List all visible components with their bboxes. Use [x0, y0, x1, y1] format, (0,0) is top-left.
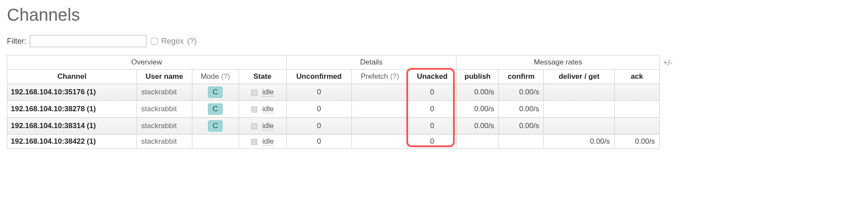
- state-indicator-icon: [251, 90, 257, 96]
- confirm-cell: [499, 135, 544, 149]
- channel-link[interactable]: 192.168.104.10:38278 (1): [7, 101, 137, 118]
- columns-toggle[interactable]: +/-: [660, 55, 673, 68]
- table-row: 192.168.104.10:38314 (1)stackrabbitCidle…: [7, 118, 660, 135]
- user-name: stackrabbit: [137, 118, 192, 135]
- unconfirmed-cell: 0: [286, 135, 352, 149]
- user-name: stackrabbit: [137, 135, 192, 149]
- mode-badge: C: [208, 120, 223, 132]
- col-ack[interactable]: ack: [615, 70, 660, 84]
- col-mode[interactable]: Mode (?): [192, 70, 239, 84]
- col-confirm[interactable]: confirm: [499, 70, 544, 84]
- deliver-get-cell: [544, 84, 615, 101]
- unacked-cell: 0: [408, 84, 456, 101]
- col-unconfirmed[interactable]: Unconfirmed: [286, 70, 352, 84]
- col-channel[interactable]: Channel: [7, 70, 137, 84]
- channels-table: Overview Details Message rates Channel U…: [7, 55, 660, 149]
- state-cell: idle: [239, 118, 286, 135]
- filter-input[interactable]: [30, 35, 147, 47]
- table-row: 192.168.104.10:38278 (1)stackrabbitCidle…: [7, 101, 660, 118]
- group-header-message-rates: Message rates: [456, 55, 660, 70]
- unacked-cell: 0: [408, 118, 456, 135]
- publish-cell: 0.00/s: [456, 84, 499, 101]
- channel-link[interactable]: 192.168.104.10:38314 (1): [7, 118, 137, 135]
- deliver-get-cell: [544, 101, 615, 118]
- state-cell: idle: [239, 84, 286, 101]
- state-indicator-icon: [251, 123, 257, 129]
- col-state[interactable]: State: [239, 70, 286, 84]
- mode-badge: C: [208, 103, 223, 115]
- state-text: idle: [262, 88, 274, 97]
- unconfirmed-cell: 0: [286, 118, 352, 135]
- col-mode-label: Mode: [201, 72, 219, 81]
- col-publish[interactable]: publish: [456, 70, 499, 84]
- unconfirmed-cell: 0: [286, 101, 352, 118]
- regex-help-icon[interactable]: (?): [187, 37, 197, 46]
- col-unacked[interactable]: Unacked: [408, 70, 456, 84]
- prefetch-cell: [352, 118, 408, 135]
- user-name: stackrabbit: [137, 101, 192, 118]
- channel-link[interactable]: 192.168.104.10:35176 (1): [7, 84, 137, 101]
- state-cell: idle: [239, 135, 286, 149]
- deliver-get-cell: 0.00/s: [544, 135, 615, 149]
- mode-cell: C: [192, 118, 239, 135]
- ack-cell: 0.00/s: [615, 135, 660, 149]
- ack-cell: [615, 101, 660, 118]
- user-name: stackrabbit: [137, 84, 192, 101]
- state-cell: idle: [239, 101, 286, 118]
- state-text: idle: [262, 137, 274, 146]
- state-text: idle: [262, 105, 274, 113]
- confirm-cell: 0.00/s: [499, 101, 544, 118]
- unacked-cell: 0: [408, 135, 456, 149]
- publish-cell: 0.00/s: [456, 101, 499, 118]
- ack-cell: [615, 118, 660, 135]
- filter-row: Filter: Regex (?): [7, 35, 861, 47]
- channel-link[interactable]: 192.168.104.10:38422 (1): [7, 135, 137, 149]
- group-header-details: Details: [286, 55, 456, 70]
- confirm-cell: 0.00/s: [499, 84, 544, 101]
- state-indicator-icon: [251, 139, 257, 145]
- mode-help-icon[interactable]: (?): [221, 72, 230, 81]
- deliver-get-cell: [544, 118, 615, 135]
- mode-cell: C: [192, 101, 239, 118]
- prefetch-cell: [352, 101, 408, 118]
- col-deliver-get[interactable]: deliver / get: [544, 70, 615, 84]
- ack-cell: [615, 84, 660, 101]
- mode-badge: C: [208, 87, 223, 98]
- confirm-cell: 0.00/s: [499, 118, 544, 135]
- filter-label: Filter:: [7, 37, 26, 46]
- unacked-cell: 0: [408, 101, 456, 118]
- table-row: 192.168.104.10:35176 (1)stackrabbitCidle…: [7, 84, 660, 101]
- prefetch-help-icon[interactable]: (?): [390, 72, 399, 81]
- prefetch-cell: [352, 84, 408, 101]
- mode-cell: [192, 135, 239, 149]
- mode-cell: C: [192, 84, 239, 101]
- unconfirmed-cell: 0: [286, 84, 352, 101]
- page-title: Channels: [7, 5, 861, 25]
- publish-cell: 0.00/s: [456, 118, 499, 135]
- regex-label[interactable]: Regex: [161, 37, 184, 46]
- prefetch-cell: [352, 135, 408, 149]
- col-prefetch[interactable]: Prefetch (?): [352, 70, 408, 84]
- state-text: idle: [262, 122, 274, 130]
- col-prefetch-label: Prefetch: [361, 72, 388, 81]
- table-row: 192.168.104.10:38422 (1)stackrabbitidle0…: [7, 135, 660, 149]
- regex-checkbox[interactable]: [151, 38, 158, 45]
- publish-cell: [456, 135, 499, 149]
- col-user[interactable]: User name: [137, 70, 192, 84]
- group-header-overview: Overview: [7, 55, 287, 70]
- state-indicator-icon: [251, 106, 257, 113]
